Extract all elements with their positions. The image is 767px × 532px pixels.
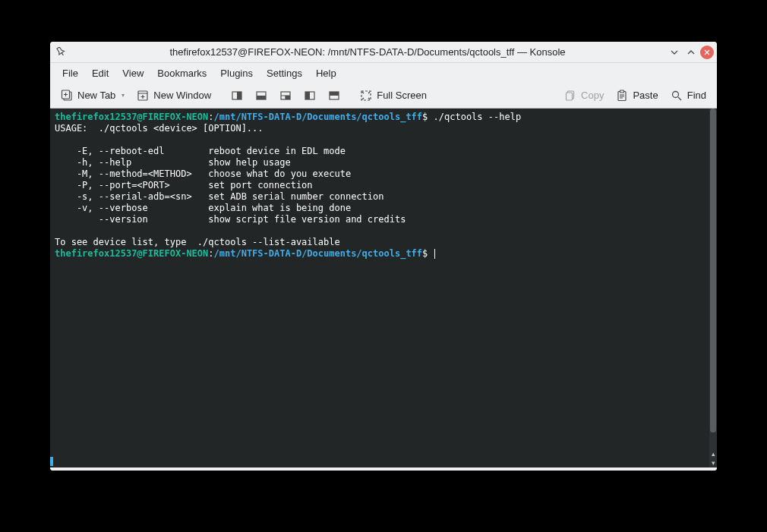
- split-auto-icon: [279, 90, 292, 102]
- copy-icon: [564, 90, 576, 102]
- split-top-button[interactable]: [324, 87, 345, 105]
- scrollbar-track[interactable]: [709, 109, 717, 449]
- split-auto-button[interactable]: [275, 87, 296, 105]
- terminal-area: thefirefox12537@FIREFOX-NEON:/mnt/NTFS-D…: [50, 109, 717, 467]
- cursor: [434, 249, 435, 259]
- svg-rect-6: [257, 96, 266, 99]
- toolbar: New Tab ▾ New Window: [50, 83, 717, 109]
- new-window-label: New Window: [153, 90, 211, 101]
- find-label: Find: [687, 90, 706, 101]
- new-tab-button[interactable]: New Tab ▾: [56, 87, 129, 105]
- menu-view[interactable]: View: [116, 65, 150, 81]
- prompt-path: /mnt/NTFS-DATA-D/Documents/qctools_tff: [214, 112, 423, 122]
- split-top-icon: [328, 90, 340, 102]
- close-button[interactable]: [700, 46, 714, 59]
- new-tab-label: New Tab: [77, 90, 115, 101]
- chevron-down-icon[interactable]: ▾: [122, 92, 125, 99]
- svg-rect-17: [620, 90, 624, 93]
- new-window-icon: [137, 90, 149, 102]
- svg-rect-8: [286, 96, 290, 99]
- split-left-icon: [304, 90, 316, 102]
- svg-rect-10: [305, 92, 310, 99]
- scrollbar-up-icon[interactable]: ▴: [709, 449, 717, 458]
- split-bottom-button[interactable]: [251, 87, 272, 105]
- pin-icon[interactable]: [53, 46, 68, 58]
- split-left-button[interactable]: [299, 87, 320, 105]
- svg-rect-15: [567, 93, 573, 100]
- menu-bookmarks[interactable]: Bookmarks: [151, 65, 213, 81]
- prompt-sep: :: [208, 112, 213, 122]
- split-right-button[interactable]: [226, 87, 248, 105]
- scrollbar-down-icon[interactable]: ▾: [709, 458, 717, 467]
- full-screen-label: Full Screen: [377, 90, 427, 101]
- konsole-window: thefirefox12537@FIREFOX-NEON: /mnt/NTFS-…: [50, 42, 717, 471]
- svg-rect-12: [330, 92, 339, 96]
- menu-edit[interactable]: Edit: [86, 65, 115, 81]
- prompt-path-2: /mnt/NTFS-DATA-D/Documents/qctools_tff: [214, 248, 423, 259]
- activity-indicator: [50, 457, 53, 466]
- terminal[interactable]: thefirefox12537@FIREFOX-NEON:/mnt/NTFS-D…: [50, 109, 709, 467]
- find-button[interactable]: Find: [666, 87, 711, 105]
- new-tab-icon: [61, 90, 73, 102]
- svg-point-18: [672, 91, 678, 97]
- terminal-output: USAGE: ./qctools <device> [OPTION]... -E…: [55, 123, 406, 247]
- minimize-button[interactable]: [667, 45, 682, 60]
- fullscreen-icon: [360, 90, 372, 102]
- menu-file[interactable]: File: [56, 65, 84, 81]
- menu-settings[interactable]: Settings: [260, 65, 308, 81]
- titlebar: thefirefox12537@FIREFOX-NEON: /mnt/NTFS-…: [50, 42, 717, 63]
- paste-label: Paste: [633, 90, 658, 101]
- prompt-user-2: thefirefox12537@FIREFOX-NEON: [55, 248, 208, 259]
- full-screen-button[interactable]: Full Screen: [355, 87, 431, 105]
- prompt-command: $ ./qctools --help: [422, 112, 521, 122]
- svg-rect-4: [237, 92, 241, 99]
- copy-button[interactable]: Copy: [560, 87, 608, 105]
- window-controls: [667, 45, 714, 60]
- menubar: File Edit View Bookmarks Plugins Setting…: [50, 63, 717, 83]
- prompt-user: thefirefox12537@FIREFOX-NEON: [55, 112, 208, 122]
- search-icon: [671, 90, 683, 102]
- scrollbar[interactable]: ▴ ▾: [709, 109, 717, 467]
- split-bottom-icon: [255, 90, 267, 102]
- copy-label: Copy: [581, 90, 604, 101]
- maximize-button[interactable]: [683, 45, 699, 60]
- window-title: thefirefox12537@FIREFOX-NEON: /mnt/NTFS-…: [68, 46, 667, 58]
- menu-help[interactable]: Help: [310, 65, 342, 81]
- menu-plugins[interactable]: Plugins: [214, 65, 259, 81]
- split-right-icon: [231, 90, 243, 102]
- prompt-sep-2: :: [208, 248, 213, 259]
- paste-button[interactable]: Paste: [611, 87, 662, 105]
- scrollbar-thumb[interactable]: [710, 109, 716, 433]
- prompt-tail-2: $: [422, 248, 433, 259]
- paste-icon: [616, 90, 628, 102]
- window-bottom-border: [50, 467, 717, 471]
- new-window-button[interactable]: New Window: [132, 87, 216, 105]
